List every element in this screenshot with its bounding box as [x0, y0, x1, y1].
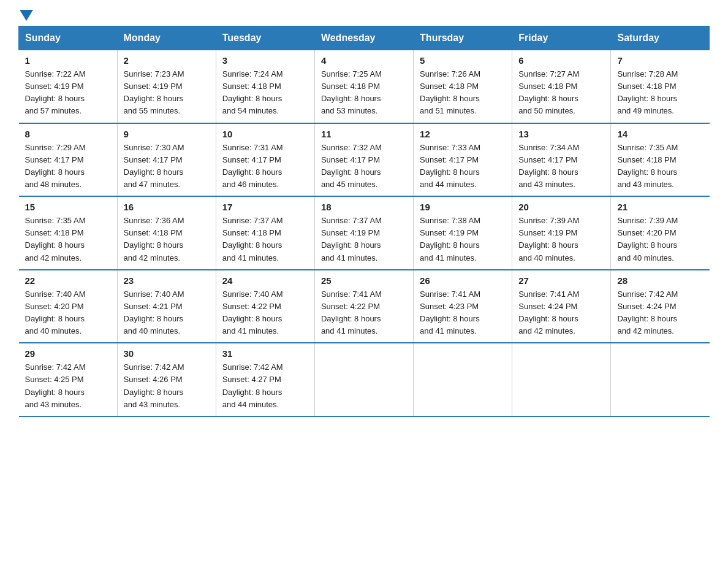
table-row: 16Sunrise: 7:36 AMSunset: 4:18 PMDayligh…	[117, 196, 216, 270]
day-number: 26	[420, 275, 506, 286]
day-info: Sunrise: 7:35 AMSunset: 4:18 PMDaylight:…	[617, 142, 703, 191]
day-number: 21	[617, 202, 703, 212]
table-row: 15Sunrise: 7:35 AMSunset: 4:18 PMDayligh…	[19, 196, 118, 270]
day-info: Sunrise: 7:22 AMSunset: 4:19 PMDaylight:…	[25, 68, 111, 118]
table-row: 28Sunrise: 7:42 AMSunset: 4:24 PMDayligh…	[611, 270, 710, 343]
day-number: 18	[321, 202, 407, 212]
day-number: 9	[124, 129, 210, 139]
day-number: 19	[420, 202, 506, 212]
table-row	[611, 343, 710, 416]
day-info: Sunrise: 7:38 AMSunset: 4:19 PMDaylight:…	[420, 215, 506, 264]
day-info: Sunrise: 7:34 AMSunset: 4:17 PMDaylight:…	[518, 142, 604, 191]
col-wednesday: Wednesday	[314, 26, 413, 50]
table-row: 8Sunrise: 7:29 AMSunset: 4:17 PMDaylight…	[19, 123, 118, 197]
day-info: Sunrise: 7:36 AMSunset: 4:18 PMDaylight:…	[124, 215, 210, 264]
day-info: Sunrise: 7:25 AMSunset: 4:18 PMDaylight:…	[321, 68, 407, 118]
table-row: 7Sunrise: 7:28 AMSunset: 4:18 PMDaylight…	[611, 50, 710, 123]
day-info: Sunrise: 7:41 AMSunset: 4:22 PMDaylight:…	[321, 288, 407, 338]
day-info: Sunrise: 7:35 AMSunset: 4:18 PMDaylight:…	[25, 215, 111, 264]
day-info: Sunrise: 7:42 AMSunset: 4:26 PMDaylight:…	[124, 361, 210, 411]
table-row: 4Sunrise: 7:25 AMSunset: 4:18 PMDaylight…	[314, 50, 413, 123]
day-info: Sunrise: 7:40 AMSunset: 4:20 PMDaylight:…	[25, 288, 111, 338]
svg-marker-0	[20, 10, 33, 21]
calendar-week-row: 29Sunrise: 7:42 AMSunset: 4:25 PMDayligh…	[19, 343, 710, 416]
day-info: Sunrise: 7:41 AMSunset: 4:24 PMDaylight:…	[518, 288, 604, 338]
day-number: 12	[420, 129, 506, 139]
day-info: Sunrise: 7:29 AMSunset: 4:17 PMDaylight:…	[25, 142, 111, 191]
day-info: Sunrise: 7:26 AMSunset: 4:18 PMDaylight:…	[420, 68, 506, 118]
col-friday: Friday	[512, 26, 611, 50]
table-row: 5Sunrise: 7:26 AMSunset: 4:18 PMDaylight…	[414, 50, 512, 123]
table-row: 20Sunrise: 7:39 AMSunset: 4:19 PMDayligh…	[512, 196, 611, 270]
day-info: Sunrise: 7:37 AMSunset: 4:18 PMDaylight:…	[222, 215, 308, 264]
table-row: 3Sunrise: 7:24 AMSunset: 4:18 PMDaylight…	[216, 50, 314, 123]
day-number: 1	[25, 55, 111, 66]
table-row	[414, 343, 512, 416]
day-number: 2	[124, 55, 210, 66]
table-row	[512, 343, 611, 416]
table-row: 18Sunrise: 7:37 AMSunset: 4:19 PMDayligh…	[314, 196, 413, 270]
day-number: 15	[25, 202, 111, 212]
day-number: 25	[321, 275, 407, 286]
table-row: 29Sunrise: 7:42 AMSunset: 4:25 PMDayligh…	[19, 343, 118, 416]
page-header	[18, 12, 710, 20]
table-row: 26Sunrise: 7:41 AMSunset: 4:23 PMDayligh…	[414, 270, 512, 343]
table-row: 9Sunrise: 7:30 AMSunset: 4:17 PMDaylight…	[117, 123, 216, 197]
day-info: Sunrise: 7:41 AMSunset: 4:23 PMDaylight:…	[420, 288, 506, 338]
table-row: 30Sunrise: 7:42 AMSunset: 4:26 PMDayligh…	[117, 343, 216, 416]
calendar-week-row: 15Sunrise: 7:35 AMSunset: 4:18 PMDayligh…	[19, 196, 710, 270]
day-number: 5	[420, 55, 506, 66]
calendar-week-row: 22Sunrise: 7:40 AMSunset: 4:20 PMDayligh…	[19, 270, 710, 343]
day-info: Sunrise: 7:32 AMSunset: 4:17 PMDaylight:…	[321, 142, 407, 191]
table-row	[314, 343, 413, 416]
day-info: Sunrise: 7:33 AMSunset: 4:17 PMDaylight:…	[420, 142, 506, 191]
col-thursday: Thursday	[414, 26, 512, 50]
day-number: 13	[518, 129, 604, 139]
logo	[18, 12, 33, 20]
day-number: 7	[617, 55, 703, 66]
table-row: 12Sunrise: 7:33 AMSunset: 4:17 PMDayligh…	[414, 123, 512, 197]
day-info: Sunrise: 7:40 AMSunset: 4:22 PMDaylight:…	[222, 288, 308, 338]
day-info: Sunrise: 7:40 AMSunset: 4:21 PMDaylight:…	[124, 288, 210, 338]
day-info: Sunrise: 7:37 AMSunset: 4:19 PMDaylight:…	[321, 215, 407, 264]
day-info: Sunrise: 7:42 AMSunset: 4:27 PMDaylight:…	[222, 361, 308, 411]
col-saturday: Saturday	[611, 26, 710, 50]
day-number: 11	[321, 129, 407, 139]
table-row: 21Sunrise: 7:39 AMSunset: 4:20 PMDayligh…	[611, 196, 710, 270]
logo-arrow-icon	[20, 10, 33, 23]
day-number: 14	[617, 129, 703, 139]
table-row: 6Sunrise: 7:27 AMSunset: 4:18 PMDaylight…	[512, 50, 611, 123]
col-sunday: Sunday	[19, 26, 118, 50]
day-info: Sunrise: 7:24 AMSunset: 4:18 PMDaylight:…	[222, 68, 308, 118]
day-info: Sunrise: 7:42 AMSunset: 4:25 PMDaylight:…	[25, 361, 111, 411]
table-row: 22Sunrise: 7:40 AMSunset: 4:20 PMDayligh…	[19, 270, 118, 343]
day-info: Sunrise: 7:27 AMSunset: 4:18 PMDaylight:…	[518, 68, 604, 118]
day-number: 31	[222, 348, 308, 359]
day-number: 8	[25, 129, 111, 139]
day-info: Sunrise: 7:28 AMSunset: 4:18 PMDaylight:…	[617, 68, 703, 118]
table-row: 2Sunrise: 7:23 AMSunset: 4:19 PMDaylight…	[117, 50, 216, 123]
day-number: 20	[518, 202, 604, 212]
day-info: Sunrise: 7:39 AMSunset: 4:20 PMDaylight:…	[617, 215, 703, 264]
day-info: Sunrise: 7:23 AMSunset: 4:19 PMDaylight:…	[124, 68, 210, 118]
table-row: 27Sunrise: 7:41 AMSunset: 4:24 PMDayligh…	[512, 270, 611, 343]
day-number: 28	[617, 275, 703, 286]
day-number: 30	[124, 348, 210, 359]
day-number: 23	[124, 275, 210, 286]
day-number: 29	[25, 348, 111, 359]
day-number: 4	[321, 55, 407, 66]
table-row: 23Sunrise: 7:40 AMSunset: 4:21 PMDayligh…	[117, 270, 216, 343]
table-row: 24Sunrise: 7:40 AMSunset: 4:22 PMDayligh…	[216, 270, 314, 343]
day-info: Sunrise: 7:30 AMSunset: 4:17 PMDaylight:…	[124, 142, 210, 191]
day-info: Sunrise: 7:31 AMSunset: 4:17 PMDaylight:…	[222, 142, 308, 191]
table-row: 31Sunrise: 7:42 AMSunset: 4:27 PMDayligh…	[216, 343, 314, 416]
day-number: 16	[124, 202, 210, 212]
day-number: 6	[518, 55, 604, 66]
day-number: 3	[222, 55, 308, 66]
col-tuesday: Tuesday	[216, 26, 314, 50]
day-number: 10	[222, 129, 308, 139]
calendar-week-row: 8Sunrise: 7:29 AMSunset: 4:17 PMDaylight…	[19, 123, 710, 197]
calendar-week-row: 1Sunrise: 7:22 AMSunset: 4:19 PMDaylight…	[19, 50, 710, 123]
table-row: 1Sunrise: 7:22 AMSunset: 4:19 PMDaylight…	[19, 50, 118, 123]
day-number: 22	[25, 275, 111, 286]
